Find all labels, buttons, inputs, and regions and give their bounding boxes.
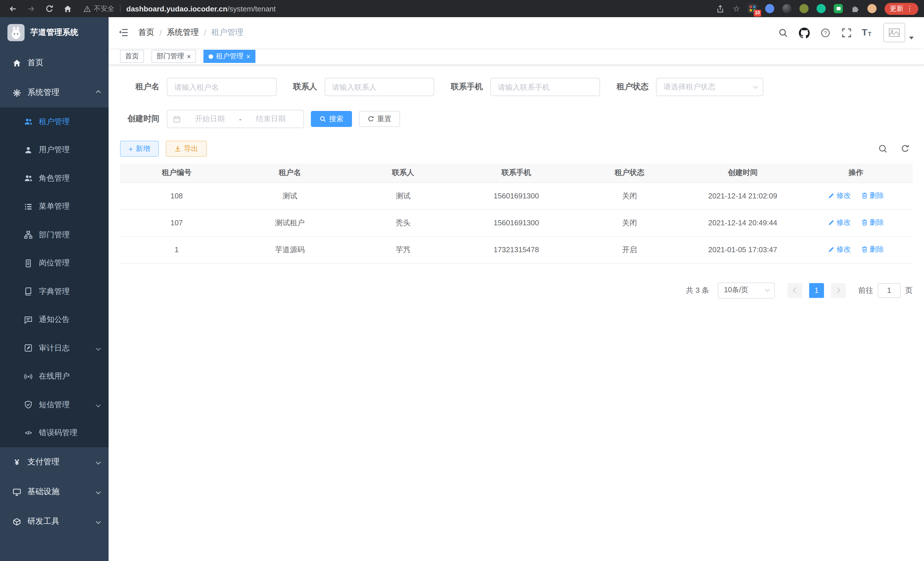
sidebar-item-user[interactable]: 用户管理 — [0, 136, 109, 164]
add-button[interactable]: + 新增 — [120, 141, 159, 157]
edit-button[interactable]: 修改 — [828, 245, 851, 254]
cell-contact: 秃头 — [346, 209, 460, 236]
page-size-select[interactable]: 10条/页 — [718, 282, 775, 298]
page-url[interactable]: dashboard.yudao.iocoder.cn/system/tenant — [126, 4, 276, 13]
tenant-name-input[interactable] — [167, 78, 277, 96]
extension-chat-icon[interactable] — [834, 4, 843, 13]
sidebar-toggle-button[interactable] — [109, 17, 138, 48]
sidebar-item-system[interactable]: 系统管理 — [0, 78, 109, 108]
browser-forward-button[interactable] — [24, 2, 38, 15]
delete-button[interactable]: 删除 — [861, 191, 884, 201]
tab-label: 首页 — [125, 51, 139, 61]
security-status[interactable]: 不安全 — [83, 4, 114, 14]
tab-close-icon[interactable]: × — [187, 53, 191, 60]
sidebar-item-role[interactable]: 角色管理 — [0, 164, 109, 193]
back-icon — [8, 4, 17, 13]
caret-down-icon — [909, 37, 914, 39]
extension-olive-icon[interactable] — [800, 4, 808, 13]
tab-home[interactable]: 首页 — [120, 50, 144, 63]
sidebar-item-menu[interactable]: 菜单管理 — [0, 193, 109, 221]
sidebar-item-label: 错误码管理 — [39, 428, 100, 438]
address-bar[interactable]: 不安全 dashboard.yudao.iocoder.cn/system/te… — [83, 4, 276, 14]
delete-button[interactable]: 删除 — [861, 218, 884, 228]
edit-button[interactable]: 修改 — [828, 218, 851, 228]
sidebar-item-online-user[interactable]: 在线用户 — [0, 362, 109, 391]
bookmark-button[interactable]: ☆ — [733, 5, 740, 13]
avatar — [884, 23, 905, 42]
share-button[interactable] — [716, 4, 725, 13]
create-time-range-picker[interactable]: 开始日期 - 结束日期 — [167, 110, 304, 128]
sidebar-item-payment[interactable]: ¥ 支付管理 — [0, 447, 109, 477]
status-select[interactable]: 请选择租户状态 — [656, 78, 764, 96]
plus-icon: + — [129, 145, 133, 152]
cell-tenant-name: 芋道源码 — [233, 236, 346, 263]
prev-page-button[interactable] — [788, 283, 802, 298]
cell-status: 关闭 — [573, 209, 686, 236]
top-navbar: 首页 / 系统管理 / 租户管理 ? — [109, 17, 924, 48]
fullscreen-button[interactable] — [841, 27, 852, 38]
font-size-button[interactable]: TT — [862, 28, 872, 37]
update-button[interactable]: 更新 ⋮ — [885, 3, 918, 15]
sidebar-item-dict[interactable]: 字典管理 — [0, 277, 109, 306]
sidebar-item-infrastructure[interactable]: 基础设施 — [0, 477, 109, 507]
chevron-down-icon — [753, 84, 758, 89]
sidebar-item-notice[interactable]: 通知公告 — [0, 306, 109, 334]
header-search-button[interactable] — [777, 27, 789, 38]
goto-page-input[interactable] — [878, 283, 901, 298]
phone-input[interactable] — [490, 78, 600, 96]
tab-label: 租户管理 — [216, 51, 243, 61]
sidebar-item-error-code[interactable]: </> 错误码管理 — [0, 419, 109, 447]
date-start-placeholder[interactable]: 开始日期 — [183, 114, 237, 124]
chevron-right-icon — [835, 287, 840, 293]
breadcrumb-system[interactable]: 系统管理 — [167, 27, 199, 38]
cell-created: 2021-12-14 20:49:44 — [686, 209, 799, 236]
export-button[interactable]: 导出 — [165, 141, 207, 157]
security-label: 不安全 — [94, 4, 114, 14]
breadcrumb-separator: / — [204, 28, 206, 37]
user-menu[interactable] — [884, 23, 914, 42]
screen: 不安全 dashboard.yudao.iocoder.cn/system/te… — [0, 0, 924, 561]
sidebar-item-tenant[interactable]: 租户管理 — [0, 108, 109, 136]
home-icon — [63, 4, 72, 13]
browser-reload-button[interactable] — [42, 2, 56, 15]
date-end-placeholder[interactable]: 结束日期 — [244, 114, 298, 124]
profile-avatar-icon[interactable] — [867, 4, 877, 13]
refresh-icon — [901, 144, 910, 153]
help-button[interactable]: ? — [819, 27, 831, 38]
extension-sphere-icon[interactable] — [782, 4, 791, 13]
extension-green-check-icon[interactable] — [817, 4, 826, 13]
dot — [750, 9, 752, 11]
tab-tenant[interactable]: 租户管理 × — [203, 50, 255, 63]
edit-button[interactable]: 修改 — [828, 191, 851, 201]
sidebar-item-post[interactable]: 岗位管理 — [0, 249, 109, 277]
tab-dept[interactable]: 部门管理 × — [152, 50, 196, 63]
sidebar-item-devtool[interactable]: 研发工具 — [0, 507, 109, 536]
delete-button[interactable]: 删除 — [861, 245, 884, 254]
download-icon — [174, 145, 181, 152]
sidebar-item-sms[interactable]: 短信管理 — [0, 391, 109, 419]
extension-blue-icon[interactable] — [765, 4, 774, 13]
search-button[interactable]: 搜索 — [311, 111, 352, 127]
logo-image — [8, 24, 25, 41]
sidebar-item-audit-log[interactable]: 审计日志 — [0, 334, 109, 362]
next-page-button[interactable] — [831, 283, 846, 298]
browser-back-button[interactable] — [6, 2, 20, 15]
extension-adblock-icon[interactable]: 10 — [748, 4, 757, 13]
reset-button[interactable]: 重置 — [359, 111, 400, 127]
sidebar-item-home[interactable]: 首页 — [0, 48, 109, 78]
extensions-puzzle-icon[interactable] — [851, 4, 860, 13]
show-search-toggle-button[interactable] — [878, 144, 888, 154]
app-logo[interactable]: 芋道管理系统 — [0, 17, 109, 48]
browser-chrome: 不安全 dashboard.yudao.iocoder.cn/system/te… — [0, 0, 924, 17]
breadcrumb-home[interactable]: 首页 — [138, 27, 154, 38]
contact-input[interactable] — [325, 78, 434, 96]
github-button[interactable] — [798, 27, 810, 38]
current-page-button[interactable]: 1 — [809, 283, 824, 298]
sidebar-item-label: 在线用户 — [39, 371, 100, 382]
cell-status: 开启 — [573, 236, 686, 263]
tab-close-icon[interactable]: × — [246, 53, 250, 60]
sidebar-item-dept[interactable]: 部门管理 — [0, 221, 109, 249]
refresh-table-button[interactable] — [900, 144, 910, 154]
code-glyph: </> — [25, 430, 32, 436]
browser-home-button[interactable] — [61, 2, 74, 15]
